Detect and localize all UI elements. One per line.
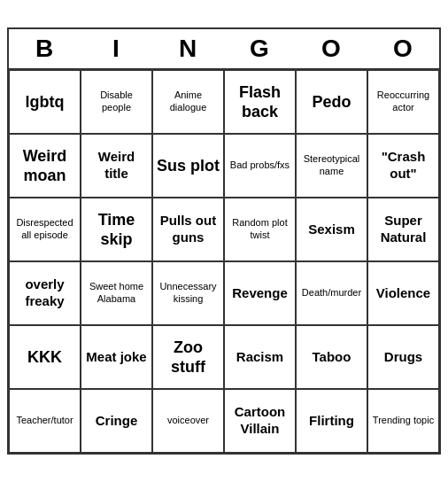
- bingo-cell-26: Zoo stuff: [152, 325, 224, 389]
- bingo-cell-30: Teacher/tutor: [9, 389, 81, 453]
- header-letter-N: N: [152, 29, 224, 68]
- bingo-cell-5: Reoccurring actor: [367, 70, 439, 134]
- bingo-cell-25: Meat joke: [81, 325, 152, 389]
- bingo-cell-22: Death/murder: [296, 261, 367, 325]
- bingo-grid: lgbtqDisable peopleAnime dialogueFlash b…: [9, 70, 439, 453]
- bingo-cell-23: Violence: [367, 261, 439, 325]
- bingo-cell-2: Anime dialogue: [152, 70, 224, 134]
- bingo-cell-15: Random plot twist: [224, 198, 296, 261]
- bingo-cell-8: Sus plot: [152, 134, 224, 198]
- bingo-cell-16: Sexism: [296, 198, 367, 261]
- header-letter-G: G: [224, 29, 296, 68]
- bingo-cell-11: "Crash out": [367, 134, 439, 198]
- bingo-cell-12: Disrespected all episode: [9, 198, 81, 261]
- bingo-cell-10: Stereotypical name: [296, 134, 367, 198]
- bingo-cell-3: Flash back: [224, 70, 296, 134]
- bingo-header: BINGOO: [9, 29, 439, 70]
- header-letter-O: O: [367, 29, 439, 68]
- bingo-cell-31: Cringe: [81, 389, 152, 453]
- bingo-cell-29: Drugs: [367, 325, 439, 389]
- bingo-cell-4: Pedo: [296, 70, 367, 134]
- bingo-cell-14: Pulls out guns: [152, 198, 224, 261]
- bingo-cell-35: Trending topic: [367, 389, 439, 453]
- bingo-cell-21: Revenge: [224, 261, 296, 325]
- header-letter-B: B: [9, 29, 81, 68]
- header-letter-I: I: [81, 29, 152, 68]
- bingo-cell-9: Bad probs/fxs: [224, 134, 296, 198]
- bingo-cell-18: overly freaky: [9, 261, 81, 325]
- bingo-cell-34: Flirting: [296, 389, 367, 453]
- bingo-cell-28: Taboo: [296, 325, 367, 389]
- bingo-cell-19: Sweet home Alabama: [81, 261, 152, 325]
- bingo-cell-7: Weird title: [81, 134, 152, 198]
- bingo-cell-6: Weird moan: [9, 134, 81, 198]
- header-letter-O: O: [296, 29, 367, 68]
- bingo-cell-20: Unnecessary kissing: [152, 261, 224, 325]
- bingo-cell-32: voiceover: [152, 389, 224, 453]
- bingo-cell-33: Cartoon Villain: [224, 389, 296, 453]
- bingo-cell-24: KKK: [9, 325, 81, 389]
- bingo-cell-0: lgbtq: [9, 70, 81, 134]
- bingo-card: BINGOO lgbtqDisable peopleAnime dialogue…: [7, 27, 441, 455]
- bingo-cell-13: Time skip: [81, 198, 152, 261]
- bingo-cell-17: Super Natural: [367, 198, 439, 261]
- bingo-cell-27: Racism: [224, 325, 296, 389]
- bingo-cell-1: Disable people: [81, 70, 152, 134]
